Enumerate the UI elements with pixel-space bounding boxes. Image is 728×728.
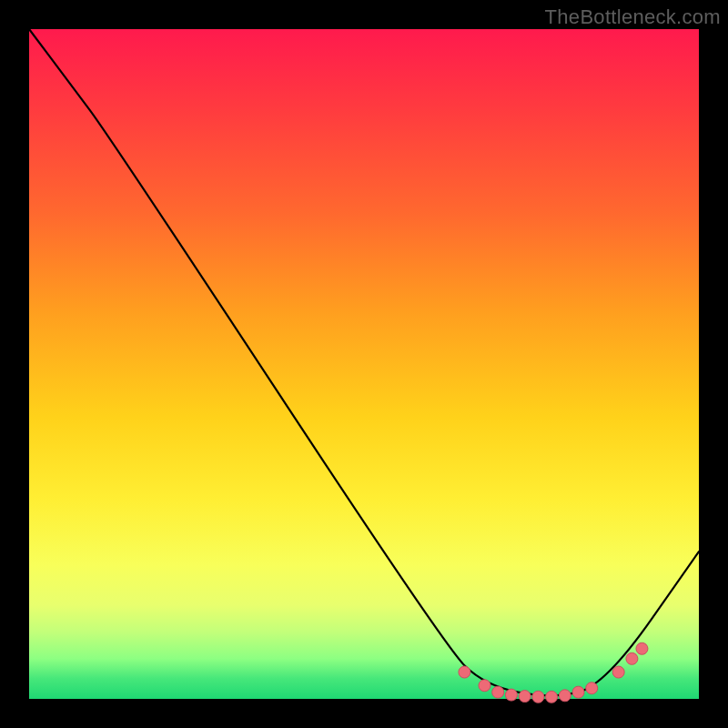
curve-marker: [505, 689, 517, 701]
curve-marker: [636, 642, 648, 654]
chart-frame: TheBottleneck.com: [0, 0, 728, 728]
curve-markers: [459, 642, 648, 703]
curve-marker: [492, 686, 504, 698]
curve-marker: [459, 666, 470, 678]
curve-marker: [546, 691, 558, 703]
plot-area: [29, 29, 699, 699]
curve-marker: [479, 680, 490, 692]
curve-marker: [612, 666, 624, 678]
curve-marker: [559, 690, 571, 702]
curve-marker: [586, 682, 598, 694]
curve-marker: [519, 691, 531, 703]
bottleneck-curve: [29, 29, 699, 695]
curve-marker: [532, 691, 544, 703]
watermark-text: TheBottleneck.com: [545, 5, 721, 29]
curve-marker: [626, 652, 638, 664]
curve-svg: [29, 29, 699, 699]
curve-marker: [572, 686, 584, 698]
